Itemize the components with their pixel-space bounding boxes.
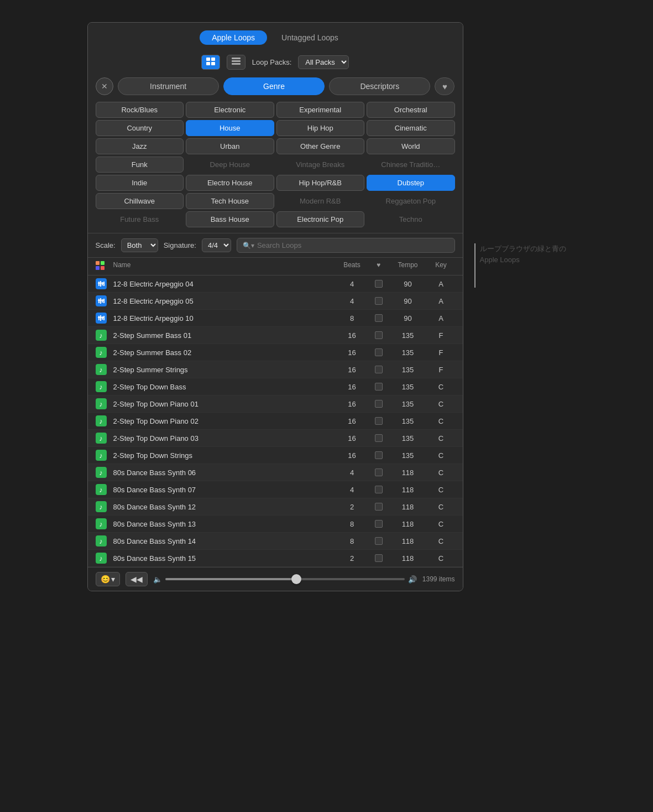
genre-tag-indie[interactable]: Indie — [96, 175, 184, 191]
svg-rect-14 — [102, 282, 103, 285]
loop-favorite[interactable] — [369, 554, 389, 562]
loop-favorite[interactable] — [369, 469, 389, 476]
loop-name: 12-8 Electric Arpeggio 10 — [113, 314, 336, 322]
genre-tag-chinese-traditio…[interactable]: Chinese Traditio… — [367, 157, 455, 173]
loop-beats: 4 — [336, 280, 369, 288]
grid-view-button[interactable] — [201, 55, 220, 70]
clear-filter-button[interactable]: ✕ — [96, 77, 113, 95]
scale-select[interactable]: Both Major Minor — [121, 238, 158, 252]
loop-beats: 4 — [336, 297, 369, 305]
untagged-loops-tab[interactable]: Untagged Loops — [269, 30, 351, 45]
instrument-filter-button[interactable]: Instrument — [118, 77, 219, 95]
genre-tag-electronic-pop[interactable]: Electronic Pop — [276, 211, 365, 227]
apple-loops-tab[interactable]: Apple Loops — [200, 30, 267, 45]
loop-name: 2-Step Summer Bass 02 — [113, 348, 336, 357]
genre-tag-house[interactable]: House — [186, 120, 274, 136]
list-view-button[interactable] — [227, 55, 245, 70]
loop-favorite[interactable] — [369, 520, 389, 528]
genre-tag-future-bass[interactable]: Future Bass — [96, 211, 184, 227]
table-row[interactable]: 12-8 Electric Arpeggio 05490A — [88, 293, 463, 310]
loop-favorite[interactable] — [369, 400, 389, 408]
loop-key: C — [427, 417, 455, 425]
loop-favorite[interactable] — [369, 486, 389, 493]
loop-beats: 16 — [336, 348, 369, 357]
speaker-button[interactable]: ◀◀ — [126, 572, 148, 586]
genre-tag-modern-r&b[interactable]: Modern R&B — [276, 193, 365, 209]
descriptors-filter-button[interactable]: Descriptors — [329, 77, 430, 95]
loop-tempo: 118 — [389, 469, 427, 477]
table-row[interactable]: ♪2-Step Top Down Piano 0116135C — [88, 395, 463, 413]
table-row[interactable]: ♪2-Step Top Down Piano 0216135C — [88, 413, 463, 430]
loop-favorite[interactable] — [369, 280, 389, 288]
table-row[interactable]: ♪2-Step Summer Bass 0116135F — [88, 327, 463, 344]
genre-tag-deep-house[interactable]: Deep House — [186, 157, 274, 173]
loop-favorite[interactable] — [369, 417, 389, 425]
loop-key: F — [427, 331, 455, 340]
loop-tempo: 135 — [389, 451, 427, 460]
genre-tag-world[interactable]: World — [367, 138, 455, 154]
table-row[interactable]: ♪2-Step Summer Bass 0216135F — [88, 344, 463, 361]
loop-packs-select[interactable]: All Packs — [298, 55, 349, 69]
svg-rect-17 — [98, 299, 100, 303]
emoji-icon: 😊 — [101, 575, 110, 584]
table-row[interactable]: ♪2-Step Summer Strings16135F — [88, 361, 463, 378]
genre-tag-hip-hop[interactable]: Hip Hop — [276, 120, 365, 136]
loop-favorite[interactable] — [369, 331, 389, 339]
loop-tempo: 135 — [389, 400, 427, 408]
genre-tag-chillwave[interactable]: Chillwave — [96, 193, 184, 209]
loop-favorite[interactable] — [369, 383, 389, 391]
signature-select[interactable]: 4/4 3/4 6/8 — [202, 238, 231, 252]
genre-tag-dubstep[interactable]: Dubstep — [367, 175, 455, 191]
volume-slider[interactable] — [165, 578, 405, 580]
loop-favorite[interactable] — [369, 537, 389, 545]
genre-filter-button[interactable]: Genre — [223, 77, 325, 95]
favorites-filter-button[interactable]: ♥ — [435, 77, 455, 95]
heart-icon: ♥ — [442, 82, 447, 91]
genre-tag-electronic[interactable]: Electronic — [186, 102, 274, 118]
loop-favorite[interactable] — [369, 434, 389, 442]
loop-beats: 8 — [336, 520, 369, 528]
loop-key: F — [427, 366, 455, 374]
genre-tag-electro-house[interactable]: Electro House — [186, 175, 274, 191]
genre-tag-experimental[interactable]: Experimental — [276, 102, 365, 118]
search-loops-input[interactable] — [257, 241, 449, 249]
table-row[interactable]: ♪80s Dance Bass Synth 138118C — [88, 516, 463, 533]
vol-min-icon: 🔈 — [153, 575, 162, 584]
genre-tag-cinematic[interactable]: Cinematic — [367, 120, 455, 136]
table-row[interactable]: ♪80s Dance Bass Synth 064118C — [88, 464, 463, 481]
loop-favorite[interactable] — [369, 314, 389, 322]
table-row[interactable]: ♪80s Dance Bass Synth 122118C — [88, 498, 463, 516]
table-row[interactable]: 12-8 Electric Arpeggio 10890A — [88, 310, 463, 327]
loop-key: C — [427, 503, 455, 511]
table-row[interactable]: ♪2-Step Top Down Bass16135C — [88, 378, 463, 395]
loop-key: C — [427, 383, 455, 391]
loop-favorite[interactable] — [369, 297, 389, 305]
genre-tag-other-genre[interactable]: Other Genre — [276, 138, 365, 154]
genre-tag-rock/blues[interactable]: Rock/Blues — [96, 102, 184, 118]
table-row[interactable]: ♪2-Step Top Down Strings16135C — [88, 447, 463, 464]
genre-tag-funk[interactable]: Funk — [96, 157, 184, 173]
genre-tag-techno[interactable]: Techno — [367, 211, 455, 227]
genre-tag-hip-hop/r&b[interactable]: Hip Hop/R&B — [276, 175, 365, 191]
genre-tag-reggaeton-pop[interactable]: Reggaeton Pop — [367, 193, 455, 209]
loop-favorite[interactable] — [369, 451, 389, 459]
genre-tag-urban[interactable]: Urban — [186, 138, 274, 154]
loop-type-icon: ♪ — [96, 518, 113, 529]
genre-tag-tech-house[interactable]: Tech House — [186, 193, 274, 209]
loop-favorite[interactable] — [369, 348, 389, 356]
genre-tag-jazz[interactable]: Jazz — [96, 138, 184, 154]
table-row[interactable]: 12-8 Electric Arpeggio 04490A — [88, 275, 463, 293]
genre-tag-orchestral[interactable]: Orchestral — [367, 102, 455, 118]
table-row[interactable]: ♪80s Dance Bass Synth 152118C — [88, 550, 463, 567]
filter-row: ✕ Instrument Genre Descriptors ♥ — [88, 74, 463, 98]
genre-tag-bass-house[interactable]: Bass House — [186, 211, 274, 227]
genre-tag-vintage-breaks[interactable]: Vintage Breaks — [276, 157, 365, 173]
loop-key: A — [427, 297, 455, 305]
loop-favorite[interactable] — [369, 366, 389, 373]
emoji-button[interactable]: 😊 ▾ — [96, 572, 120, 586]
table-row[interactable]: ♪80s Dance Bass Synth 074118C — [88, 481, 463, 498]
table-row[interactable]: ♪2-Step Top Down Piano 0316135C — [88, 430, 463, 447]
loop-favorite[interactable] — [369, 503, 389, 511]
genre-tag-country[interactable]: Country — [96, 120, 184, 136]
table-row[interactable]: ♪80s Dance Bass Synth 148118C — [88, 533, 463, 550]
